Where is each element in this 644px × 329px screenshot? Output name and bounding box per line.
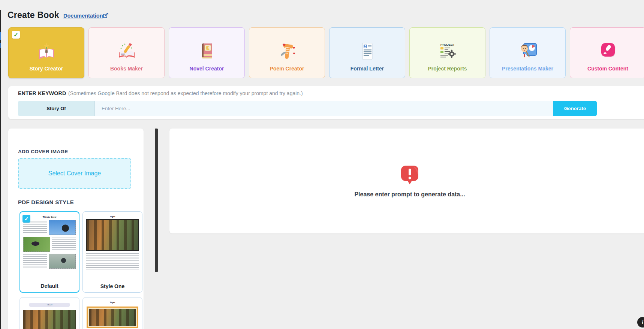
left-edge-accent [0, 32, 1, 40]
custom-pen-icon [598, 42, 618, 61]
pdf-style-name: Default [20, 283, 79, 289]
presenter-icon [518, 42, 538, 61]
tab-poem-creator[interactable]: Poem Creator [249, 27, 325, 78]
letter-document-icon [357, 42, 377, 61]
preview-text-block [23, 221, 47, 234]
preview-page-title: TIGER [29, 303, 70, 307]
tab-label: Novel Creator [190, 66, 224, 72]
pdf-style-two[interactable]: TIGER [19, 297, 79, 329]
selected-checkbox[interactable]: ✓ [22, 215, 30, 223]
crow-grass-image [23, 237, 50, 252]
crow-sky-image [49, 220, 76, 235]
exclamation-bubble-icon [400, 164, 419, 186]
pdf-style-three[interactable]: Tiger [82, 297, 142, 329]
keyword-input-row: Story Of Generate [18, 101, 597, 116]
pdf-style-name: Style One [83, 283, 142, 289]
keyword-section-label: ENTER KEYWORD [18, 90, 66, 96]
framed-tiger-image [87, 307, 138, 328]
preview-page-body [20, 218, 79, 271]
design-section-title: PDF DESIGN STYLE [18, 199, 74, 205]
preview-text-block [23, 254, 47, 268]
empty-state-message: Please enter prompt to generate data... [354, 191, 465, 198]
keyword-input[interactable] [95, 101, 553, 116]
generate-button[interactable]: Generate [553, 101, 597, 116]
pdf-options-panel: ADD COVER IMAGE Select Cover Image PDF D… [8, 129, 144, 329]
preview-text-block [86, 253, 139, 261]
pdf-style-one[interactable]: Tiger Style One [82, 211, 142, 293]
novel-book-icon [197, 42, 217, 61]
keyword-hint: (Sometimes Google Bard does not respond … [68, 90, 303, 96]
result-panel: Please enter prompt to generate data... [169, 129, 644, 233]
preview-text-block [86, 263, 139, 269]
documentation-link[interactable]: Documentation [63, 13, 103, 19]
keyword-panel: ENTER KEYWORD (Sometimes Google Bard doe… [8, 86, 644, 119]
tab-label: Project Reports [428, 66, 467, 72]
pdf-style-default[interactable]: ✓ Thirsty Crow Default [19, 211, 79, 293]
cover-section-title: ADD COVER IMAGE [18, 149, 68, 154]
project-report-icon: PROJECT [437, 42, 458, 61]
tab-project-reports[interactable]: PROJECT Project Reports [409, 27, 485, 78]
tiger-image [23, 310, 76, 329]
tab-custom-content[interactable]: Custom Content [570, 27, 644, 78]
tab-novel-creator[interactable]: Novel Creator [169, 27, 245, 78]
sidebar-scrollbar[interactable] [155, 129, 158, 272]
preview-page-title: Tiger [83, 215, 142, 218]
tab-label: Custom Content [587, 66, 628, 72]
info-icon[interactable]: i [637, 317, 644, 328]
tab-label: Presentations Maker [502, 66, 553, 72]
check-icon: ✓ [13, 31, 18, 38]
tab-story-creator[interactable]: ✓ Story Creator [8, 27, 84, 78]
crow-water-image [49, 254, 76, 269]
select-cover-image-label: Select Cover Image [48, 170, 101, 177]
project-icon-text: PROJECT [440, 43, 455, 46]
tiger-image [86, 219, 139, 251]
window-left-edge [0, 10, 1, 329]
left-edge-accent [0, 43, 1, 48]
tiger-image [89, 309, 136, 326]
selected-checkbox[interactable]: ✓ [12, 31, 20, 39]
tab-presentations-maker[interactable]: Presentations Maker [490, 27, 566, 78]
tab-label: Books Maker [110, 66, 143, 72]
book-pencil-icon [117, 42, 137, 61]
poem-scroll-icon [277, 42, 297, 61]
story-book-icon [36, 42, 57, 61]
check-icon: ✓ [24, 216, 29, 222]
tab-books-maker[interactable]: Books Maker [88, 27, 165, 78]
tab-label: Story Creator [30, 66, 63, 72]
tab-label: Formal Letter [350, 66, 384, 72]
preview-text-block [52, 238, 76, 251]
info-glyph: i [642, 319, 643, 326]
preview-page-title: Tiger [83, 301, 142, 304]
external-link-icon[interactable] [102, 12, 109, 19]
tab-label: Poem Creator [270, 66, 304, 72]
prompt-prefix: Story Of [18, 101, 95, 116]
tab-formal-letter[interactable]: Formal Letter [329, 27, 405, 78]
page-title: Create Book [7, 10, 59, 20]
select-cover-image-button[interactable]: Select Cover Image [18, 158, 131, 189]
